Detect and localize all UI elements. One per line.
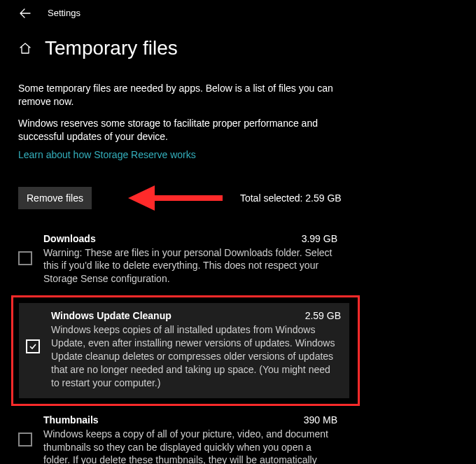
total-selected: Total selected: 2.59 GB bbox=[240, 192, 342, 204]
remove-files-button[interactable]: Remove files bbox=[18, 187, 92, 209]
page-title: Temporary files bbox=[45, 37, 178, 59]
home-icon[interactable] bbox=[18, 41, 32, 55]
item-desc: Windows keeps copies of all installed up… bbox=[51, 323, 341, 389]
checkbox-windows-update-cleanup[interactable] bbox=[26, 339, 40, 353]
reserve-note: Windows reserves some storage to facilit… bbox=[18, 117, 354, 143]
checkbox-downloads[interactable] bbox=[18, 251, 32, 265]
list-item: Windows Update Cleanup 2.59 GB Windows k… bbox=[19, 303, 349, 398]
svg-marker-1 bbox=[128, 185, 155, 211]
item-desc: Warning: These are files in your persona… bbox=[43, 246, 337, 286]
action-row: Remove files Total selected: 2.59 GB bbox=[18, 184, 458, 212]
highlight-annotation: Windows Update Cleanup 2.59 GB Windows k… bbox=[11, 295, 360, 405]
intro-text: Some temporary files are needed by apps.… bbox=[18, 82, 354, 108]
page-title-row: Temporary files bbox=[0, 24, 476, 59]
item-title: Thumbnails bbox=[43, 414, 99, 426]
checkbox-thumbnails[interactable] bbox=[18, 433, 32, 447]
item-size: 2.59 GB bbox=[305, 310, 341, 321]
app-title: Settings bbox=[48, 8, 80, 18]
item-desc: Windows keeps a copy of all of your pict… bbox=[43, 428, 337, 464]
list-item: Thumbnails 390 MB Windows keeps a copy o… bbox=[18, 410, 458, 464]
list-item: Downloads 3.99 GB Warning: These are fil… bbox=[18, 229, 458, 296]
learn-link[interactable]: Learn about how Storage Reserve works bbox=[18, 149, 196, 160]
item-size: 3.99 GB bbox=[302, 233, 337, 244]
item-title: Downloads bbox=[43, 233, 96, 244]
item-size: 390 MB bbox=[304, 414, 337, 426]
items-list: Downloads 3.99 GB Warning: These are fil… bbox=[18, 229, 458, 464]
window-header: Settings bbox=[0, 0, 476, 24]
arrow-annotation-icon bbox=[128, 184, 226, 212]
item-title: Windows Update Cleanup bbox=[51, 310, 172, 321]
back-arrow-icon[interactable] bbox=[20, 8, 31, 18]
